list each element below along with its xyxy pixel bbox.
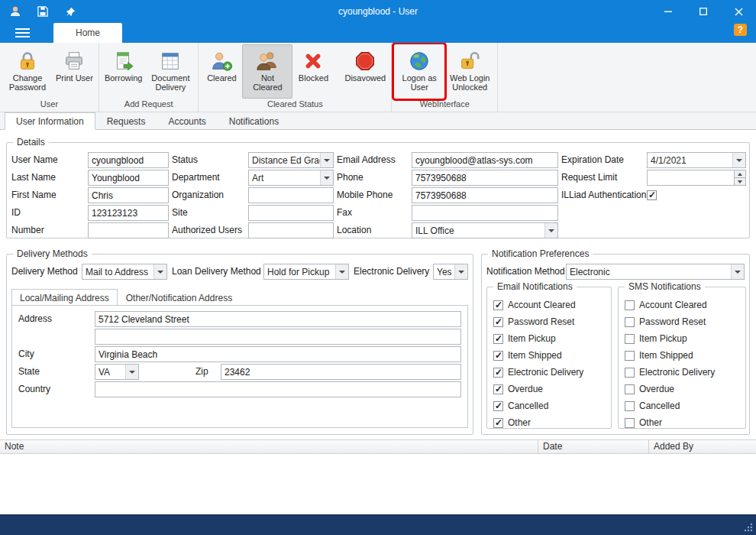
pin-icon[interactable] [63, 4, 78, 19]
checkbox[interactable] [625, 334, 635, 344]
first-name-input[interactable] [88, 187, 169, 203]
chevron-down-icon[interactable] [153, 264, 166, 279]
chevron-down-icon[interactable] [320, 153, 333, 167]
sms-overdue-row[interactable]: Overdue [625, 381, 745, 397]
print-user-button[interactable]: Print User [53, 44, 96, 99]
checkbox[interactable] [625, 384, 635, 394]
sms-password-reset-row[interactable]: Password Reset [625, 313, 745, 330]
fax-input[interactable] [412, 205, 558, 221]
user-name-input[interactable] [88, 152, 169, 168]
checkbox[interactable] [493, 401, 503, 411]
disavowed-button[interactable]: Disavowed [341, 44, 389, 99]
id-input[interactable] [88, 205, 169, 221]
checkbox[interactable] [625, 351, 635, 361]
city-input[interactable] [95, 346, 461, 362]
resize-grip-icon[interactable] [744, 523, 753, 532]
request-limit-spinner[interactable] [647, 170, 746, 186]
email-other-row[interactable]: Other [493, 414, 611, 431]
request-limit-input[interactable] [647, 170, 734, 186]
checkbox[interactable] [493, 317, 503, 327]
checkbox[interactable] [493, 384, 503, 394]
expiration-date-combo[interactable]: 4/1/2021 [647, 152, 746, 168]
checkbox[interactable] [493, 334, 503, 344]
organization-input[interactable] [248, 187, 334, 203]
email-input[interactable] [412, 152, 558, 168]
ribbon-tab-home[interactable]: Home [53, 23, 122, 43]
sms-other-row[interactable]: Other [625, 414, 745, 431]
tab-notifications[interactable]: Notifications [218, 112, 290, 130]
last-name-input[interactable] [88, 170, 169, 186]
delivery-method-combo[interactable]: Mail to Address [82, 264, 167, 280]
address-line1-input[interactable] [95, 311, 461, 327]
date-column-header[interactable]: Date [538, 440, 649, 453]
loan-delivery-method-combo[interactable]: Hold for Pickup [263, 264, 349, 280]
minimize-button[interactable] [651, 0, 686, 23]
chevron-down-icon[interactable] [731, 264, 744, 279]
spin-down-button[interactable] [734, 178, 746, 186]
document-delivery-button[interactable]: Document Delivery [145, 44, 195, 99]
chevron-down-icon[interactable] [454, 264, 467, 279]
checkbox[interactable] [493, 368, 503, 378]
checkbox[interactable] [625, 300, 635, 310]
note-column-header[interactable]: Note [0, 440, 538, 453]
status-combo[interactable]: Distance Ed Grad [248, 152, 334, 168]
help-button[interactable]: ? [734, 24, 747, 36]
electronic-delivery-combo[interactable]: Yes [433, 264, 468, 280]
email-account-cleared-row[interactable]: Account Cleared [493, 297, 611, 313]
added-by-column-header[interactable]: Added By [649, 440, 756, 453]
chevron-down-icon[interactable] [125, 365, 138, 379]
number-input[interactable] [88, 222, 169, 238]
country-input[interactable] [95, 381, 461, 397]
borrowing-button[interactable]: Borrowing [102, 44, 146, 99]
change-password-button[interactable]: Change Password [2, 44, 53, 99]
tab-user-information[interactable]: User Information [5, 112, 95, 130]
email-overdue-row[interactable]: Overdue [493, 381, 611, 397]
web-login-unlocked-button[interactable]: Web Login Unlocked [444, 44, 495, 99]
tab-local-mailing-address[interactable]: Local/Mailing Address [11, 289, 118, 306]
department-combo[interactable]: Art [248, 170, 334, 186]
checkbox[interactable] [625, 368, 635, 378]
illiad-authentication-checkbox[interactable] [647, 190, 657, 200]
location-combo[interactable]: ILL Office [412, 222, 558, 238]
checkbox[interactable] [493, 300, 503, 310]
user-icon[interactable] [8, 4, 23, 19]
maximize-button[interactable] [686, 0, 721, 23]
sms-electronic-delivery-row[interactable]: Electronic Delivery [625, 364, 745, 381]
sms-item-pickup-row[interactable]: Item Pickup [625, 330, 745, 347]
checkbox[interactable] [493, 418, 503, 428]
tab-other-notification-address[interactable]: Other/Notification Address [118, 289, 241, 306]
checkbox[interactable] [493, 351, 503, 361]
state-combo[interactable]: VA [95, 364, 139, 380]
authorized-users-input[interactable] [248, 222, 334, 238]
mobile-phone-input[interactable] [412, 187, 558, 203]
menu-button[interactable] [0, 23, 44, 43]
phone-input[interactable] [412, 170, 558, 186]
tab-accounts[interactable]: Accounts [157, 112, 217, 130]
cleared-button[interactable]: Cleared [201, 44, 242, 99]
email-cancelled-row[interactable]: Cancelled [493, 397, 611, 414]
notification-method-combo[interactable]: Electronic [566, 264, 745, 280]
chevron-down-icon[interactable] [544, 223, 557, 238]
chevron-down-icon[interactable] [335, 264, 348, 279]
checkbox[interactable] [625, 401, 635, 411]
checkbox[interactable] [625, 418, 635, 428]
email-item-shipped-row[interactable]: Item Shipped [493, 347, 611, 364]
chevron-down-icon[interactable] [320, 170, 333, 185]
email-password-reset-row[interactable]: Password Reset [493, 313, 611, 330]
checkbox[interactable] [625, 317, 635, 327]
logon-as-user-button[interactable]: Logon as User [394, 44, 444, 99]
spin-up-button[interactable] [734, 170, 746, 178]
email-electronic-delivery-row[interactable]: Electronic Delivery [493, 364, 611, 381]
blocked-button[interactable]: Blocked [292, 44, 334, 99]
address-line2-input[interactable] [95, 329, 461, 345]
chevron-down-icon[interactable] [732, 153, 745, 167]
save-icon[interactable] [35, 4, 50, 19]
sms-item-shipped-row[interactable]: Item Shipped [625, 347, 745, 364]
sms-account-cleared-row[interactable]: Account Cleared [625, 297, 745, 313]
zip-input[interactable] [221, 364, 461, 380]
sms-cancelled-row[interactable]: Cancelled [625, 397, 745, 414]
site-input[interactable] [248, 205, 334, 221]
tab-requests[interactable]: Requests [95, 112, 157, 130]
close-button[interactable] [721, 0, 756, 23]
notes-list[interactable] [0, 454, 756, 514]
